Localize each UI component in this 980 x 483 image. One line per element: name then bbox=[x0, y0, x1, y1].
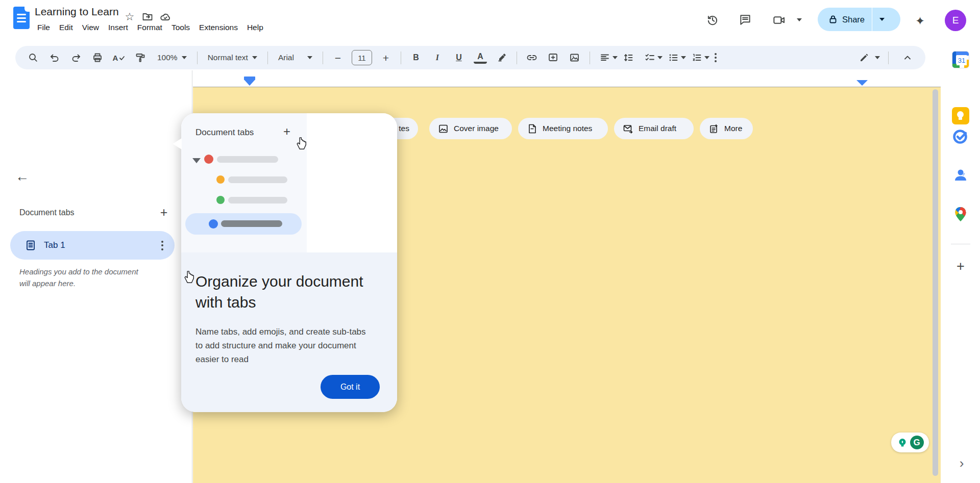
more-toolbar-options-icon[interactable] bbox=[715, 53, 717, 62]
chip-cover-image-label: Cover image bbox=[454, 124, 499, 133]
font-family-select[interactable]: Arial bbox=[274, 49, 316, 66]
grammarly-g-icon: G bbox=[910, 436, 924, 449]
chip-partial-label: tes bbox=[399, 124, 409, 133]
menu-tools[interactable]: Tools bbox=[167, 21, 194, 34]
show-side-panel-icon[interactable]: › bbox=[955, 456, 968, 470]
italic-button[interactable]: I bbox=[431, 49, 444, 66]
toolbar: A 100% Normal text Arial − 11 + B I U A bbox=[15, 46, 925, 69]
meet-video-icon[interactable] bbox=[772, 13, 786, 27]
share-dropdown-icon[interactable] bbox=[879, 18, 885, 21]
document-tabs-header: Document tabs bbox=[19, 208, 75, 217]
account-avatar[interactable]: E bbox=[945, 10, 966, 31]
bold-button[interactable]: B bbox=[409, 49, 423, 66]
document-scrollbar[interactable] bbox=[933, 89, 938, 476]
gemini-sparkle-icon[interactable]: ✦ bbox=[915, 14, 928, 28]
cover-image-icon bbox=[438, 123, 449, 134]
align-dropdown-icon[interactable] bbox=[612, 56, 618, 59]
zoom-select[interactable]: 100% bbox=[153, 49, 191, 66]
search-menus-icon[interactable] bbox=[27, 49, 40, 66]
checklist-dropdown-icon[interactable] bbox=[657, 56, 663, 59]
chip-cover-image[interactable]: Cover image bbox=[429, 118, 512, 139]
editing-mode-pencil-icon[interactable] bbox=[857, 49, 871, 66]
menu-insert[interactable]: Insert bbox=[104, 21, 133, 34]
text-color-button[interactable]: A bbox=[474, 52, 487, 64]
tab-options-icon[interactable] bbox=[161, 241, 163, 250]
chip-meeting-notes[interactable]: Meeting notes bbox=[518, 118, 608, 139]
got-it-button[interactable]: Got it bbox=[321, 375, 380, 399]
menu-edit[interactable]: Edit bbox=[55, 21, 78, 34]
tab-item-tab1[interactable]: Tab 1 bbox=[10, 231, 175, 260]
paragraph-style-select[interactable]: Normal text bbox=[204, 49, 261, 66]
tasks-icon[interactable] bbox=[952, 128, 969, 145]
numbered-list-dropdown-icon[interactable] bbox=[704, 56, 709, 59]
menu-format[interactable]: Format bbox=[133, 21, 167, 34]
illustration-bar bbox=[228, 197, 287, 204]
increase-font-size-button[interactable]: + bbox=[379, 49, 393, 66]
tabs-outline-sidebar: ← Document tabs + Tab 1 Headings you add… bbox=[0, 70, 192, 483]
chip-email-draft-label: Email draft bbox=[639, 124, 676, 133]
more-blocks-icon bbox=[708, 123, 719, 134]
line-spacing-icon[interactable] bbox=[622, 49, 635, 66]
share-button[interactable]: Share bbox=[818, 8, 900, 31]
comments-icon[interactable] bbox=[739, 13, 752, 27]
decrease-font-size-button[interactable]: − bbox=[331, 49, 345, 66]
illustration-green-dot bbox=[216, 196, 225, 204]
illustration-yellow-dot bbox=[216, 175, 225, 184]
document-tabs-promo-popup: Document tabs + Organize your document w… bbox=[181, 113, 397, 412]
align-icon[interactable] bbox=[598, 49, 611, 66]
hide-menus-icon[interactable] bbox=[901, 49, 914, 66]
move-folder-icon[interactable] bbox=[142, 11, 153, 22]
illustration-selected-row bbox=[185, 213, 302, 235]
insert-link-icon[interactable] bbox=[525, 49, 538, 66]
tab-document-icon bbox=[24, 239, 37, 251]
editing-mode-dropdown-icon[interactable] bbox=[875, 56, 880, 59]
meet-dropdown-icon[interactable] bbox=[797, 18, 802, 21]
insert-image-icon[interactable] bbox=[568, 49, 581, 66]
mouse-hand-cursor bbox=[183, 270, 196, 285]
menu-file[interactable]: File bbox=[33, 21, 55, 34]
menubar: File Edit View Insert Format Tools Exten… bbox=[33, 21, 268, 34]
get-add-ons-button[interactable]: + bbox=[952, 258, 969, 275]
menu-help[interactable]: Help bbox=[242, 21, 268, 34]
highlight-color-button[interactable] bbox=[495, 49, 508, 66]
right-indent-marker[interactable] bbox=[856, 80, 868, 86]
calendar-icon[interactable]: 31 bbox=[952, 51, 969, 68]
chip-more[interactable]: More bbox=[700, 118, 753, 139]
calendar-day: 31 bbox=[957, 55, 967, 65]
print-icon[interactable] bbox=[91, 49, 104, 66]
menu-view[interactable]: View bbox=[78, 21, 104, 34]
close-sidebar-back-icon[interactable]: ← bbox=[15, 170, 29, 184]
bulleted-list-dropdown-icon[interactable] bbox=[681, 56, 686, 59]
numbered-list-icon[interactable] bbox=[690, 49, 703, 66]
add-comment-icon[interactable] bbox=[547, 49, 560, 66]
popup-body: Organize your document with tabs Name ta… bbox=[181, 252, 397, 412]
font-size-input[interactable]: 11 bbox=[352, 50, 372, 65]
spell-check-icon[interactable]: A bbox=[112, 49, 126, 66]
version-history-icon[interactable] bbox=[706, 13, 719, 27]
docs-logo-icon[interactable] bbox=[13, 7, 30, 29]
email-draft-icon bbox=[623, 123, 633, 134]
illustration-bar bbox=[217, 156, 278, 163]
bulleted-list-icon[interactable] bbox=[667, 49, 680, 66]
document-title[interactable]: Learning to Learn bbox=[35, 6, 119, 18]
add-tab-button[interactable]: + bbox=[156, 204, 172, 220]
keep-icon[interactable] bbox=[952, 107, 969, 124]
chip-email-draft[interactable]: Email draft bbox=[614, 118, 694, 139]
cloud-saved-icon[interactable] bbox=[160, 11, 171, 22]
underline-button[interactable]: U bbox=[452, 49, 465, 66]
undo-icon[interactable] bbox=[48, 49, 61, 66]
header: Learning to Learn ☆ File Edit View Inser… bbox=[0, 0, 980, 39]
paint-format-icon[interactable] bbox=[134, 49, 147, 66]
star-icon[interactable]: ☆ bbox=[124, 11, 135, 22]
checklist-icon[interactable] bbox=[643, 49, 656, 66]
illustration-blue-dot bbox=[209, 219, 218, 228]
grammarly-widget[interactable]: G bbox=[891, 433, 929, 452]
font-family-value: Arial bbox=[278, 53, 294, 62]
menu-extensions[interactable]: Extensions bbox=[194, 21, 242, 34]
maps-icon[interactable] bbox=[952, 206, 969, 223]
left-indent-marker[interactable] bbox=[244, 77, 255, 86]
illustration-bar-dark bbox=[221, 220, 282, 227]
contacts-icon[interactable] bbox=[952, 167, 969, 184]
redo-icon[interactable] bbox=[69, 49, 83, 66]
lock-icon bbox=[828, 14, 838, 24]
